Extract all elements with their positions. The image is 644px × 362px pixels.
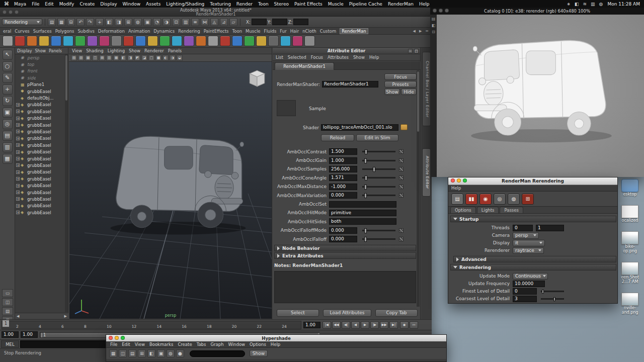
axis-input[interactable] xyxy=(272,19,287,25)
shelf-icon[interactable] xyxy=(280,36,291,46)
tool-icon[interactable]: ▦ xyxy=(3,154,13,164)
slider-handle[interactable] xyxy=(364,237,367,242)
finest-detail-slider[interactable] xyxy=(541,291,564,292)
help-menu[interactable]: Help xyxy=(451,186,461,191)
expand-icon[interactable]: + xyxy=(16,163,20,167)
tool-icon[interactable]: ▤ xyxy=(3,131,13,141)
threads-field-1[interactable]: 0 xyxy=(513,225,533,231)
viewport-menu-item[interactable]: Show xyxy=(129,48,140,53)
startup-section[interactable]: Startup xyxy=(450,216,616,222)
shelf-icon[interactable] xyxy=(75,36,86,46)
toolbar-icon[interactable]: + xyxy=(96,18,104,26)
attribute-editor-tab[interactable]: Attribute Editor xyxy=(422,148,431,197)
shelf-icon[interactable] xyxy=(123,36,134,46)
viewport-toolbar-icon[interactable]: ◒ xyxy=(177,55,183,61)
toolbar-icon[interactable]: ◍ xyxy=(134,18,142,26)
outliner-horizontal-scrollbar[interactable]: ◀▶ xyxy=(15,313,68,319)
transport-button[interactable]: |◀ xyxy=(323,321,331,329)
toolbar-icon[interactable]: ↷ xyxy=(86,18,94,26)
shelf-scroll-right-icon[interactable]: ▶ xyxy=(419,29,422,33)
expand-icon[interactable]: + xyxy=(16,130,20,133)
shelf-icon[interactable] xyxy=(99,36,110,46)
slider-handle[interactable] xyxy=(364,185,367,190)
expand-icon[interactable]: + xyxy=(16,170,20,174)
load-attributes-button[interactable]: Load Attributes xyxy=(323,309,371,317)
toolbar-icon[interactable]: ⊟ xyxy=(67,18,75,26)
viewport-canvas[interactable]: persp xyxy=(69,62,272,319)
shelf-icon[interactable] xyxy=(87,36,98,46)
slider-handle[interactable] xyxy=(364,158,367,163)
rerender-tool-icon[interactable]: ◍ xyxy=(508,194,520,205)
expand-icon[interactable]: + xyxy=(16,184,20,188)
slider-handle[interactable] xyxy=(364,228,367,233)
outliner-item[interactable]: ▦ pPlane1 xyxy=(15,81,65,88)
menuset-dropdown[interactable]: Rendering xyxy=(2,19,42,25)
attribute-value-field[interactable]: 0.000 xyxy=(329,227,357,234)
expand-icon[interactable]: + xyxy=(16,123,20,127)
expand-icon[interactable]: + xyxy=(16,143,20,147)
texture-map-button[interactable] xyxy=(399,158,404,163)
attribute-value-field[interactable] xyxy=(329,201,396,208)
coarsest-detail-field[interactable]: 3 xyxy=(513,296,537,302)
show-button[interactable]: Show xyxy=(384,88,400,95)
expand-icon[interactable]: + xyxy=(16,191,20,194)
shelf-tab[interactable]: Rendering xyxy=(178,29,200,34)
sample-swatch[interactable] xyxy=(277,100,296,116)
attribute-editor-menu-item[interactable]: Attributes xyxy=(328,55,349,60)
rerenderer-dropdown[interactable]: raytrace xyxy=(513,247,544,254)
menubar-item[interactable]: Toon xyxy=(258,2,269,7)
shelf-tab[interactable]: Dynamics xyxy=(153,29,175,34)
viewport-toolbar-icon[interactable]: ◨ xyxy=(127,55,133,61)
render-tool-icon[interactable]: ◧ xyxy=(432,23,436,28)
menubar-item[interactable]: RenderMan xyxy=(388,2,414,7)
shelf-tab[interactable]: Polygons xyxy=(55,29,74,34)
outliner-item[interactable]: + ◈ grubbEasel xyxy=(15,108,65,115)
menubar-item[interactable]: Paint Effects xyxy=(294,2,323,7)
shelf-icon[interactable] xyxy=(111,36,122,46)
viewport-toolbar-icon[interactable]: ▧ xyxy=(71,55,77,61)
channel-box-tab[interactable]: Channel Box / Layer Editor xyxy=(422,52,431,126)
attribute-slider[interactable] xyxy=(362,177,395,178)
attribute-editor-menu-item[interactable]: Selected xyxy=(288,55,306,60)
texture-map-button[interactable] xyxy=(399,175,404,180)
menubar-item[interactable]: Edit xyxy=(45,2,53,7)
view-cube[interactable] xyxy=(248,69,267,88)
toolbar-icon[interactable]: ◬ xyxy=(210,18,218,26)
hypershade-menu-item[interactable]: Edit xyxy=(122,342,130,347)
texture-map-button[interactable] xyxy=(399,149,404,154)
shelf-scroll-left-icon[interactable]: ◀ xyxy=(413,29,416,33)
menubar-item[interactable]: Pipeline Cache xyxy=(349,2,382,7)
outliner-item[interactable]: + ◈ grubbEasel xyxy=(15,155,65,162)
toolbar-icon[interactable]: ▤ xyxy=(48,18,56,26)
toolbar-icon[interactable]: ≡ xyxy=(191,18,199,26)
tool-icon[interactable]: ▣ xyxy=(3,108,13,118)
desktop-icon[interactable]: ocalized xyxy=(617,205,643,223)
status-icon[interactable]: ◍ xyxy=(599,2,603,7)
shelf-icon[interactable] xyxy=(51,36,61,46)
presets-button[interactable]: Presets xyxy=(384,81,417,87)
layout-button[interactable]: ▭ xyxy=(2,289,13,297)
outliner-menu-item[interactable]: Show xyxy=(35,49,46,53)
rerender-tab[interactable]: Options xyxy=(450,207,476,213)
outliner-item[interactable]: + ◈ grubbEasel xyxy=(15,128,65,135)
expand-icon[interactable]: + xyxy=(16,110,20,113)
van-model[interactable] xyxy=(99,125,256,243)
viewport-toolbar-icon[interactable]: ▩ xyxy=(85,55,91,61)
toolbar-icon[interactable]: ▣ xyxy=(143,18,151,26)
axis-input[interactable] xyxy=(293,19,308,25)
menubar-item[interactable]: Stereo xyxy=(274,2,289,7)
expand-icon[interactable]: + xyxy=(16,157,20,160)
menubar-item[interactable]: Render xyxy=(236,2,253,7)
shelf-tab[interactable]: nCloth xyxy=(302,29,316,34)
menubar-item[interactable]: Display xyxy=(100,2,117,7)
node-behavior-section[interactable]: Node Behavior xyxy=(274,245,416,251)
current-frame-field[interactable]: 1.00 xyxy=(303,322,320,328)
shelf-tab[interactable]: Custom xyxy=(320,29,337,34)
attribute-slider[interactable] xyxy=(362,230,395,231)
status-icon[interactable]: ∗ xyxy=(567,2,571,7)
attribute-slider[interactable] xyxy=(362,160,395,161)
shelf-icon[interactable] xyxy=(147,36,158,46)
rerender-tab[interactable]: Passes xyxy=(500,207,523,213)
scroll-arrow-icon[interactable]: ▶ xyxy=(64,314,67,318)
viewport-toolbar-icon[interactable]: ◧ xyxy=(120,55,126,61)
